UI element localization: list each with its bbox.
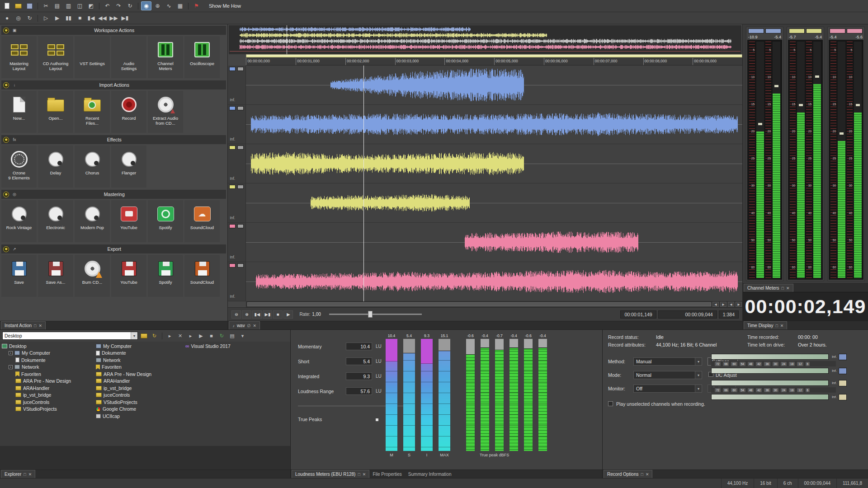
track-button-a[interactable] xyxy=(229,67,236,71)
track-5[interactable]: Inf. xyxy=(228,223,742,262)
tab-record-options[interactable]: Record Options □ ✕ xyxy=(604,470,652,478)
show-me-how-group[interactable]: Show Me How xyxy=(209,3,241,9)
paste-icon[interactable]: ▥ xyxy=(63,1,74,10)
play-unselected-checkbox[interactable] xyxy=(608,401,613,406)
pin-icon[interactable]: ✱ xyxy=(3,137,9,143)
track-button-a[interactable] xyxy=(229,224,236,228)
action-tile[interactable]: Ozone 9 Elements xyxy=(1,145,37,188)
list-item[interactable]: ∞Visual Studio 2017 xyxy=(185,343,271,350)
redo-icon[interactable]: ↷ xyxy=(113,1,124,10)
action-tile[interactable]: Mastering Layout xyxy=(1,36,37,78)
event-tool-icon[interactable]: ◉ xyxy=(141,1,151,10)
folder-up-icon[interactable] xyxy=(139,332,149,340)
action-tile[interactable]: Extract Audio from CD... xyxy=(148,91,183,133)
play-all-button[interactable]: ▷ xyxy=(41,14,51,23)
expander-icon[interactable]: + xyxy=(9,365,13,369)
action-tile[interactable]: ☁SoundCloud xyxy=(184,200,220,242)
zoom-in-tool-icon[interactable]: ⊕ xyxy=(242,310,251,319)
track-waveform[interactable] xyxy=(246,262,742,301)
action-tile[interactable]: Record xyxy=(111,91,146,133)
repeat-icon[interactable]: ↻ xyxy=(125,1,135,10)
action-tile[interactable]: Save As... xyxy=(38,255,73,297)
tree-item[interactable]: ip_vst_bridge xyxy=(0,392,93,399)
track-waveform[interactable] xyxy=(246,223,742,262)
action-tile[interactable]: Recent Files... xyxy=(75,91,110,133)
delete-icon[interactable]: ✕ xyxy=(175,332,185,340)
action-tile[interactable]: Delay xyxy=(38,145,73,188)
action-tile[interactable]: Channel Meters xyxy=(148,36,183,78)
list-item[interactable]: ip_vst_bridge xyxy=(96,385,184,392)
track-button-b[interactable] xyxy=(237,145,244,150)
trim-icon[interactable]: ◫ xyxy=(75,1,85,10)
zoom-ratio-field[interactable]: 1:384 xyxy=(719,310,739,319)
stop-button[interactable]: ■ xyxy=(75,14,85,23)
pause-button[interactable]: ▮▮ xyxy=(63,14,74,23)
track-6[interactable]: Inf. xyxy=(228,262,742,301)
list-item[interactable]: juceControls xyxy=(96,392,184,399)
end-time-field[interactable]: 00:00:09,044 xyxy=(658,310,717,319)
action-tile[interactable]: Chorus xyxy=(75,145,110,188)
track-2[interactable]: Inf. xyxy=(228,105,742,144)
action-tile[interactable]: SoundCloud xyxy=(184,255,220,297)
action-tile[interactable]: Rock Vintage xyxy=(1,200,37,242)
rate-slider-handle[interactable] xyxy=(368,311,373,318)
scroll-right-icon[interactable]: ▶ xyxy=(720,302,726,307)
action-tile[interactable]: Open... xyxy=(38,91,73,133)
views-arrow-icon[interactable]: ▾ xyxy=(238,332,247,340)
track-button-b[interactable] xyxy=(237,263,244,267)
float-window-icon[interactable]: □ xyxy=(775,324,778,328)
track-button-a[interactable] xyxy=(229,185,236,189)
copy-icon[interactable]: ▤ xyxy=(52,1,62,10)
scroll-left-icon[interactable]: ◀ xyxy=(712,302,719,307)
meter-channel-button[interactable] xyxy=(789,28,805,33)
list-item[interactable]: Network xyxy=(96,357,184,364)
meter-channel-button[interactable] xyxy=(748,28,764,33)
list-item[interactable]: ARAHandler xyxy=(96,378,184,385)
tab-time-display[interactable]: Time Display □ ✕ xyxy=(744,321,787,329)
record-button[interactable]: ● xyxy=(2,14,12,23)
cursor-time-field[interactable]: 00:00:01,149 xyxy=(620,310,656,319)
go-to-start-icon[interactable]: ▮◀ xyxy=(252,310,262,319)
tree-item[interactable]: juceControls xyxy=(0,399,93,406)
action-tile[interactable]: CD Authoring Layout xyxy=(38,36,73,78)
track-button-a[interactable] xyxy=(229,145,236,150)
record-meter-button-2[interactable] xyxy=(839,368,847,374)
magnify-icon[interactable]: ⊕ xyxy=(152,1,163,10)
section-header-2[interactable]: ✱fxEffects xyxy=(1,135,226,144)
loop-region-bar[interactable] xyxy=(246,54,742,58)
track-waveform[interactable] xyxy=(246,66,742,104)
meter-channel-button[interactable] xyxy=(847,28,863,33)
pin-icon[interactable]: ✱ xyxy=(3,28,9,33)
monitor-select[interactable]: Off ▾ xyxy=(633,385,702,393)
go-to-end-button[interactable]: ▶▮ xyxy=(120,14,130,23)
address-dropdown-icon[interactable]: ▾ xyxy=(131,332,137,339)
tree-item[interactable]: +My Computer xyxy=(0,350,93,357)
tab-explorer[interactable]: Explorer □ ✕ xyxy=(1,470,35,478)
address-input[interactable] xyxy=(3,333,131,338)
tree-item[interactable]: Dokumente xyxy=(0,357,93,364)
extract-regions-icon[interactable]: ▸ xyxy=(165,332,175,340)
pin-icon[interactable]: ✱ xyxy=(3,246,9,252)
pin-icon[interactable]: ✱ xyxy=(3,82,9,88)
method-select[interactable]: Manual ▾ xyxy=(633,357,702,366)
track-button-b[interactable] xyxy=(237,224,244,228)
replay-button[interactable]: ↻ xyxy=(24,14,35,23)
list-item[interactable]: Dokumente xyxy=(96,350,184,357)
close-icon[interactable]: ✕ xyxy=(253,324,257,328)
record-meter-button-1[interactable] xyxy=(839,354,847,360)
action-tile[interactable]: Oscilloscope xyxy=(184,36,220,78)
meter-channel-button[interactable] xyxy=(830,28,845,33)
zoom-out-tool-icon[interactable]: ⊖ xyxy=(231,310,241,319)
time-ruler[interactable]: 00:00:00,00000:00:01,00000:00:02,00000:0… xyxy=(246,58,742,66)
start-preview-icon[interactable]: ▶ xyxy=(196,332,206,340)
list-item[interactable]: My Computer xyxy=(96,343,184,350)
meter-channel-button[interactable] xyxy=(806,28,822,33)
track-button-b[interactable] xyxy=(237,106,244,110)
track-button-b[interactable] xyxy=(237,67,244,71)
tab-loudness-meters[interactable]: Loudness Meters (EBU R128) □ ✕ xyxy=(292,470,369,478)
float-window-icon[interactable]: □ xyxy=(782,286,784,291)
plugin-chain-icon[interactable]: ▦ xyxy=(175,1,185,10)
stop-preview-icon[interactable]: ■ xyxy=(207,332,216,340)
float-window-icon[interactable]: □ xyxy=(358,472,360,477)
go-to-end-icon[interactable]: ▶▮ xyxy=(263,310,272,319)
